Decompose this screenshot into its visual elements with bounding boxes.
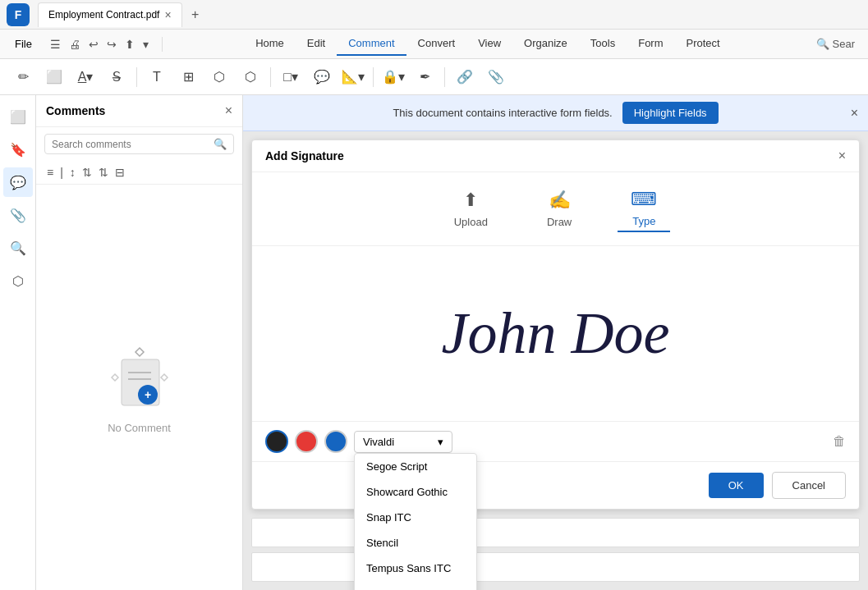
- sort-az-icon[interactable]: ↕: [67, 164, 78, 181]
- draw-tab-icon: ✍: [549, 190, 571, 211]
- trash-icon[interactable]: 🗑: [833, 434, 846, 449]
- font-select-button[interactable]: Vivaldi ▾: [354, 431, 452, 453]
- doc-row-1: [251, 518, 860, 547]
- print-icon[interactable]: 🖨: [67, 36, 82, 53]
- nav-item-protect[interactable]: Protect: [675, 32, 732, 56]
- svg-text:+: +: [144, 388, 150, 401]
- color-black-dot[interactable]: [265, 430, 288, 453]
- menu-divider-1: [162, 37, 163, 52]
- upload-tab-label: Upload: [454, 216, 488, 228]
- highlight-fields-button[interactable]: Highlight Fields: [622, 102, 719, 124]
- font-option-stencil[interactable]: Stencil: [355, 530, 476, 556]
- sig-tab-upload[interactable]: ⬆Upload: [441, 186, 501, 231]
- active-tab[interactable]: Employment Contract.pdf ×: [38, 2, 182, 27]
- notification-close-icon[interactable]: ×: [851, 106, 858, 121]
- left-sidebar: ⬜ 🔖 💬 📎 🔍 ⬡: [0, 95, 36, 590]
- comment-tool[interactable]: 💬: [309, 64, 335, 90]
- nav-item-convert[interactable]: Convert: [406, 32, 467, 56]
- signature-actions: OK Cancel: [252, 461, 859, 509]
- file-menu[interactable]: File: [7, 34, 40, 53]
- layers-icon[interactable]: ⬡: [3, 266, 33, 295]
- toolbar-divider-3: [373, 67, 374, 87]
- sidebar-toggle-icon[interactable]: ☰: [48, 36, 62, 53]
- attach-tool[interactable]: 📎: [483, 64, 509, 90]
- new-tab-button[interactable]: +: [186, 5, 205, 25]
- nav-item-comment[interactable]: Comment: [337, 32, 406, 56]
- chevron-down-icon[interactable]: ▾: [141, 36, 150, 53]
- type-tab-label: Type: [632, 215, 655, 227]
- textbox-tool[interactable]: ⊞: [175, 64, 201, 90]
- nav-items: HomeEditCommentConvertViewOrganizeToolsF…: [168, 32, 808, 56]
- signature-tabs: ⬆Upload✍Draw⌨Type: [252, 172, 859, 246]
- sort-icon[interactable]: ≡: [44, 164, 56, 181]
- highlight-tool[interactable]: ✏: [10, 64, 36, 90]
- chevron-down-icon: ▾: [438, 436, 443, 448]
- search-button[interactable]: 🔍 Sear: [810, 34, 861, 53]
- bookmark-icon[interactable]: 🔖: [3, 135, 33, 164]
- filter-bar: ≡ | ↕ ⇅ ⇅ ⊟: [36, 161, 242, 185]
- callout-tool[interactable]: ⬡: [206, 64, 232, 90]
- nav-item-home[interactable]: Home: [244, 32, 296, 56]
- notification-bar: This document contains interactive form …: [243, 95, 868, 131]
- cancel-button[interactable]: Cancel: [772, 472, 846, 499]
- font-option-showcard-gothic[interactable]: Showcard Gothic: [355, 479, 476, 505]
- nav-item-view[interactable]: View: [466, 32, 512, 56]
- draw-tab-label: Draw: [547, 216, 572, 228]
- search-area: 🔍 Sear: [810, 34, 861, 53]
- link-tool[interactable]: 🔗: [452, 64, 478, 90]
- font-option-viner-hand-itc[interactable]: Viner Hand ITC: [355, 581, 476, 591]
- tab-bar: F Employment Contract.pdf × +: [0, 0, 868, 30]
- menu-icons: ☰ 🖨 ↩ ↪ ⬆ ▾: [42, 36, 157, 53]
- upload-icon[interactable]: ⬆: [123, 36, 136, 53]
- sig-tab-draw[interactable]: ✍Draw: [534, 186, 585, 231]
- toolbar-divider-2: [270, 67, 271, 87]
- type-tab-icon: ⌨: [631, 189, 657, 210]
- color-red-dot[interactable]: [295, 430, 318, 453]
- font-dropdown-list: Segoe ScriptShowcard GothicSnap ITCStenc…: [355, 454, 476, 591]
- nav-item-edit[interactable]: Edit: [296, 32, 337, 56]
- tab-close-icon[interactable]: ×: [164, 8, 171, 21]
- divider-small: |: [57, 164, 66, 181]
- signature-controls: Vivaldi ▾ Segoe ScriptShowcard GothicSna…: [252, 421, 859, 461]
- measure-tool[interactable]: 📐▾: [340, 64, 366, 90]
- font-option-tempus-sans-itc[interactable]: Tempus Sans ITC: [355, 556, 476, 581]
- redo-icon[interactable]: ↪: [105, 36, 118, 53]
- ok-button[interactable]: OK: [709, 473, 764, 498]
- main-layout: ⬜ 🔖 💬 📎 🔍 ⬡ Comments × 🔍 ≡ | ↕ ⇅ ⇅ ⊟: [0, 95, 868, 590]
- font-option-snap-itc[interactable]: Snap ITC: [355, 505, 476, 530]
- strikethrough-tool[interactable]: S̶: [103, 64, 130, 90]
- attachment-icon[interactable]: 📎: [3, 200, 33, 230]
- shape-tool[interactable]: □▾: [278, 64, 304, 90]
- comments-close-icon[interactable]: ×: [225, 103, 232, 118]
- color-blue-dot[interactable]: [324, 430, 347, 453]
- dialog-close-icon[interactable]: ×: [838, 149, 846, 163]
- text-tool[interactable]: T: [144, 64, 170, 90]
- sort-expand-icon[interactable]: ⇅: [96, 164, 111, 181]
- sort-filter-icon[interactable]: ⇅: [80, 164, 94, 181]
- font-option-segoe-script[interactable]: Segoe Script: [355, 454, 476, 479]
- doc-row-2: [251, 552, 860, 582]
- stamp2-tool[interactable]: 🔒▾: [380, 64, 406, 90]
- sign-tool[interactable]: ✒: [411, 64, 438, 90]
- dialog-header: Add Signature ×: [252, 140, 859, 172]
- page-thumbnail-icon[interactable]: ⬜: [3, 102, 33, 131]
- stamp-tool[interactable]: ⬡: [237, 64, 264, 90]
- toolbar-divider-4: [444, 67, 445, 87]
- nav-item-tools[interactable]: Tools: [579, 32, 627, 56]
- search-input[interactable]: [52, 139, 209, 150]
- nav-item-form[interactable]: Form: [627, 32, 674, 56]
- comments-panel: Comments × 🔍 ≡ | ↕ ⇅ ⇅ ⊟: [36, 95, 243, 590]
- underline-tool[interactable]: A▾: [72, 64, 99, 90]
- undo-icon[interactable]: ↩: [87, 36, 100, 53]
- search-icon[interactable]: 🔍: [3, 233, 33, 263]
- signature-preview: John Doe: [252, 246, 859, 421]
- sticky-note-tool[interactable]: ⬜: [41, 64, 67, 90]
- nav-item-organize[interactable]: Organize: [512, 32, 579, 56]
- notification-text: This document contains interactive form …: [393, 107, 612, 119]
- comment-search-box[interactable]: 🔍: [44, 134, 234, 154]
- signature-dialog: Add Signature × ⬆Upload✍Draw⌨Type John D…: [251, 139, 860, 510]
- sig-tab-type[interactable]: ⌨Type: [618, 185, 670, 232]
- document-area: This document contains interactive form …: [243, 95, 868, 590]
- filter-icon[interactable]: ⊟: [113, 164, 127, 181]
- comment-panel-icon[interactable]: 💬: [3, 167, 33, 197]
